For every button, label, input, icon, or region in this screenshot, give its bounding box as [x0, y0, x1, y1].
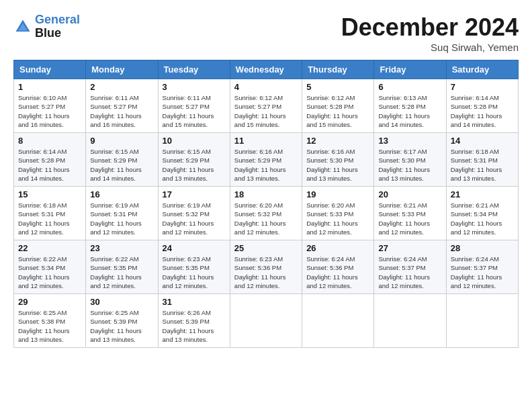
calendar-cell: 14 Sunrise: 6:18 AMSunset: 5:31 PMDaylig…: [446, 133, 518, 187]
day-info: Sunrise: 6:18 AMSunset: 5:31 PMDaylight:…: [451, 148, 502, 182]
day-number: 2: [90, 82, 153, 92]
calendar-cell: [230, 294, 302, 348]
day-number: 3: [163, 82, 226, 92]
day-number: 1: [18, 82, 81, 92]
day-info: Sunrise: 6:12 AMSunset: 5:27 PMDaylight:…: [234, 94, 286, 128]
calendar-header-wednesday: Wednesday: [230, 60, 302, 79]
logo-icon: [13, 17, 32, 36]
calendar-header-thursday: Thursday: [302, 60, 374, 79]
calendar-header-sunday: Sunday: [14, 60, 86, 79]
day-number: 26: [306, 243, 369, 253]
calendar-cell: 28 Sunrise: 6:24 AMSunset: 5:37 PMDaylig…: [446, 240, 518, 294]
logo: General Blue: [13, 13, 80, 40]
day-number: 19: [306, 189, 369, 199]
calendar-cell: 9 Sunrise: 6:15 AMSunset: 5:29 PMDayligh…: [86, 133, 158, 187]
day-info: Sunrise: 6:22 AMSunset: 5:34 PMDaylight:…: [18, 255, 70, 289]
calendar-cell: 11 Sunrise: 6:16 AMSunset: 5:29 PMDaylig…: [230, 133, 302, 187]
day-number: 7: [451, 82, 514, 92]
calendar-cell: 1 Sunrise: 6:10 AMSunset: 5:27 PMDayligh…: [14, 79, 86, 133]
calendar-week-1: 1 Sunrise: 6:10 AMSunset: 5:27 PMDayligh…: [14, 79, 519, 133]
day-number: 21: [451, 189, 514, 199]
day-number: 20: [378, 189, 441, 199]
calendar-cell: 16 Sunrise: 6:19 AMSunset: 5:31 PMDaylig…: [86, 187, 158, 240]
day-info: Sunrise: 6:14 AMSunset: 5:28 PMDaylight:…: [451, 94, 502, 128]
calendar-header-friday: Friday: [374, 60, 446, 79]
day-info: Sunrise: 6:25 AMSunset: 5:38 PMDaylight:…: [18, 309, 70, 343]
day-info: Sunrise: 6:14 AMSunset: 5:28 PMDaylight:…: [18, 148, 70, 182]
calendar-cell: 22 Sunrise: 6:22 AMSunset: 5:34 PMDaylig…: [14, 240, 86, 294]
day-info: Sunrise: 6:13 AMSunset: 5:28 PMDaylight:…: [378, 94, 430, 128]
calendar-header-monday: Monday: [86, 60, 158, 79]
day-info: Sunrise: 6:24 AMSunset: 5:37 PMDaylight:…: [378, 255, 430, 289]
day-number: 30: [90, 297, 153, 307]
calendar-header-row: SundayMondayTuesdayWednesdayThursdayFrid…: [14, 60, 519, 79]
day-number: 9: [90, 136, 153, 146]
calendar-week-5: 29 Sunrise: 6:25 AMSunset: 5:38 PMDaylig…: [14, 294, 519, 348]
calendar-cell: 4 Sunrise: 6:12 AMSunset: 5:27 PMDayligh…: [230, 79, 302, 133]
day-number: 23: [90, 243, 153, 253]
calendar-week-4: 22 Sunrise: 6:22 AMSunset: 5:34 PMDaylig…: [14, 240, 519, 294]
calendar-cell: 8 Sunrise: 6:14 AMSunset: 5:28 PMDayligh…: [14, 133, 86, 187]
calendar-header-saturday: Saturday: [446, 60, 518, 79]
calendar-cell: 30 Sunrise: 6:25 AMSunset: 5:39 PMDaylig…: [86, 294, 158, 348]
day-info: Sunrise: 6:22 AMSunset: 5:35 PMDaylight:…: [90, 255, 142, 289]
month-title: December 2024: [341, 13, 519, 42]
calendar-cell: 13 Sunrise: 6:17 AMSunset: 5:30 PMDaylig…: [374, 133, 446, 187]
day-info: Sunrise: 6:23 AMSunset: 5:36 PMDaylight:…: [234, 255, 286, 289]
day-info: Sunrise: 6:16 AMSunset: 5:30 PMDaylight:…: [306, 148, 358, 182]
day-number: 11: [234, 136, 298, 146]
day-info: Sunrise: 6:15 AMSunset: 5:29 PMDaylight:…: [163, 148, 214, 182]
calendar-cell: 27 Sunrise: 6:24 AMSunset: 5:37 PMDaylig…: [374, 240, 446, 294]
calendar-cell: 19 Sunrise: 6:20 AMSunset: 5:33 PMDaylig…: [302, 187, 374, 240]
day-info: Sunrise: 6:20 AMSunset: 5:33 PMDaylight:…: [306, 201, 358, 236]
day-info: Sunrise: 6:17 AMSunset: 5:30 PMDaylight:…: [378, 148, 430, 182]
day-number: 13: [378, 136, 441, 146]
day-number: 31: [163, 297, 226, 307]
day-number: 10: [163, 136, 226, 146]
day-number: 8: [18, 136, 81, 146]
day-number: 29: [18, 297, 81, 307]
title-section: December 2024 Suq Sirwah, Yemen: [341, 13, 519, 53]
logo-text: General Blue: [35, 13, 80, 40]
day-info: Sunrise: 6:11 AMSunset: 5:27 PMDaylight:…: [90, 94, 142, 128]
calendar-cell: 18 Sunrise: 6:20 AMSunset: 5:32 PMDaylig…: [230, 187, 302, 240]
calendar-cell: [302, 294, 374, 348]
day-number: 18: [234, 189, 298, 199]
page-header: General Blue December 2024 Suq Sirwah, Y…: [13, 13, 519, 53]
calendar-cell: 12 Sunrise: 6:16 AMSunset: 5:30 PMDaylig…: [302, 133, 374, 187]
calendar-header-tuesday: Tuesday: [158, 60, 230, 79]
calendar-cell: 10 Sunrise: 6:15 AMSunset: 5:29 PMDaylig…: [158, 133, 230, 187]
day-number: 22: [18, 243, 81, 253]
calendar-cell: 20 Sunrise: 6:21 AMSunset: 5:33 PMDaylig…: [374, 187, 446, 240]
day-info: Sunrise: 6:25 AMSunset: 5:39 PMDaylight:…: [90, 309, 142, 343]
day-number: 24: [163, 243, 226, 253]
calendar-cell: 21 Sunrise: 6:21 AMSunset: 5:34 PMDaylig…: [446, 187, 518, 240]
calendar-cell: 26 Sunrise: 6:24 AMSunset: 5:36 PMDaylig…: [302, 240, 374, 294]
day-info: Sunrise: 6:16 AMSunset: 5:29 PMDaylight:…: [234, 148, 286, 182]
calendar-cell: 24 Sunrise: 6:23 AMSunset: 5:35 PMDaylig…: [158, 240, 230, 294]
day-info: Sunrise: 6:12 AMSunset: 5:28 PMDaylight:…: [306, 94, 358, 128]
day-number: 14: [451, 136, 514, 146]
day-number: 6: [378, 82, 441, 92]
calendar-cell: 31 Sunrise: 6:26 AMSunset: 5:39 PMDaylig…: [158, 294, 230, 348]
calendar-cell: 15 Sunrise: 6:18 AMSunset: 5:31 PMDaylig…: [14, 187, 86, 240]
day-number: 5: [306, 82, 369, 92]
day-number: 25: [234, 243, 298, 253]
day-info: Sunrise: 6:21 AMSunset: 5:34 PMDaylight:…: [451, 201, 502, 236]
calendar-cell: [446, 294, 518, 348]
day-info: Sunrise: 6:24 AMSunset: 5:36 PMDaylight:…: [306, 255, 358, 289]
day-info: Sunrise: 6:19 AMSunset: 5:31 PMDaylight:…: [90, 201, 142, 236]
location-subtitle: Suq Sirwah, Yemen: [341, 42, 519, 53]
calendar-cell: [374, 294, 446, 348]
day-info: Sunrise: 6:26 AMSunset: 5:39 PMDaylight:…: [163, 309, 214, 343]
calendar-cell: 23 Sunrise: 6:22 AMSunset: 5:35 PMDaylig…: [86, 240, 158, 294]
calendar-table: SundayMondayTuesdayWednesdayThursdayFrid…: [13, 60, 519, 348]
day-info: Sunrise: 6:10 AMSunset: 5:27 PMDaylight:…: [18, 94, 70, 128]
day-info: Sunrise: 6:24 AMSunset: 5:37 PMDaylight:…: [451, 255, 502, 289]
day-info: Sunrise: 6:21 AMSunset: 5:33 PMDaylight:…: [378, 201, 430, 236]
day-number: 17: [163, 189, 226, 199]
calendar-week-2: 8 Sunrise: 6:14 AMSunset: 5:28 PMDayligh…: [14, 133, 519, 187]
day-info: Sunrise: 6:18 AMSunset: 5:31 PMDaylight:…: [18, 201, 70, 236]
calendar-cell: 6 Sunrise: 6:13 AMSunset: 5:28 PMDayligh…: [374, 79, 446, 133]
day-info: Sunrise: 6:20 AMSunset: 5:32 PMDaylight:…: [234, 201, 286, 236]
